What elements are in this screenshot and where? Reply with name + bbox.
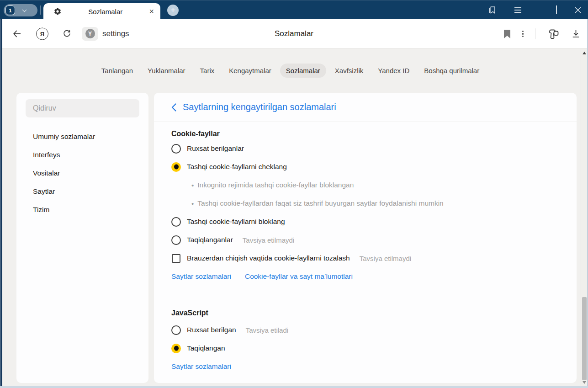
radio-icon[interactable] xyxy=(171,144,181,154)
close-window-button[interactable] xyxy=(574,6,582,14)
tab-count-badge: 1 xyxy=(5,5,15,15)
radio-row-tashqi-cheklang[interactable]: Tashqi cookie-fayllarni cheklang xyxy=(171,158,559,176)
browser-window: 1 Sozlamalar × + Я xyxy=(0,0,588,388)
radio-row-tashqi-bloklang[interactable]: Tashqi cookie-fayllarni bloklang xyxy=(171,213,559,231)
back-chevron-icon[interactable] xyxy=(171,103,176,112)
nav-xavfsizlik[interactable]: Xavfsizlik xyxy=(329,64,370,78)
option-label: Tashqi cookie-fayllarni cheklang xyxy=(187,163,287,171)
link-cookie-malumotlari[interactable]: Cookie-fayllar va sayt maʼlumotlari xyxy=(245,272,353,281)
sidebar-item-interfeys[interactable]: Interfeys xyxy=(16,146,148,164)
toolbar-divider xyxy=(535,28,535,39)
tab-close-icon[interactable]: × xyxy=(149,7,154,16)
menu-icon[interactable] xyxy=(514,7,521,13)
settings-page: Tanlangan Yuklanmalar Tarix Kengaytmalar… xyxy=(0,48,588,388)
bullet-item: • Inkognito rejimida tashqi cookie-fayll… xyxy=(171,176,559,194)
option-label: Taqiqlanganlar xyxy=(187,236,233,244)
tab-groups-icon[interactable] xyxy=(547,28,560,40)
nav-tanlangan[interactable]: Tanlangan xyxy=(95,64,139,78)
omnibox-page-title: Sozlamalar xyxy=(275,29,313,38)
scrollbar[interactable] xyxy=(581,48,587,386)
nav-tarix[interactable]: Tarix xyxy=(194,64,221,78)
bullet-icon: • xyxy=(191,181,194,189)
section-title-javascript: JavaScript xyxy=(171,308,559,319)
section-title-cookies: Cookie-fayllar xyxy=(171,128,559,139)
settings-nav: Tanlangan Yuklanmalar Tarix Kengaytmalar… xyxy=(0,64,581,78)
protect-badge[interactable]: Y xyxy=(82,27,98,41)
back-button[interactable] xyxy=(12,29,22,39)
window-frame-bottom xyxy=(0,386,588,388)
titlebar-separator xyxy=(40,5,41,15)
address-bar-url[interactable]: settings xyxy=(102,29,129,38)
radio-row-js-ruxsat[interactable]: Ruxsat berilgan Tavsiya etiladi xyxy=(171,321,559,339)
radio-selected-icon[interactable] xyxy=(171,344,181,353)
radio-row-taqiqlanganlar[interactable]: Taqiqlanganlar Tavsiya etilmaydi xyxy=(171,231,559,249)
scroll-down-arrow-icon[interactable] xyxy=(583,381,586,384)
maximize-button[interactable] xyxy=(556,6,557,14)
tab-counter-button[interactable]: 1 xyxy=(4,4,37,16)
tab-sozlamalar[interactable]: Sozlamalar × xyxy=(43,3,160,20)
gear-icon xyxy=(53,7,62,16)
protect-icon: Y xyxy=(85,29,95,38)
nav-boshqa-qurilmalar[interactable]: Boshqa qurilmalar xyxy=(418,64,485,78)
chevron-down-icon xyxy=(22,7,27,12)
option-label: Taqiqlangan xyxy=(187,344,225,352)
option-label: Tashqi cookie-fayllarni bloklang xyxy=(187,218,285,226)
option-note: Tavsiya etilmaydi xyxy=(243,236,294,244)
sidebar-item-saytlar[interactable]: Saytlar xyxy=(16,182,148,201)
bullet-text: Inkognito rejimida tashqi cookie-fayllar… xyxy=(197,181,354,189)
radio-icon[interactable] xyxy=(171,325,181,335)
option-note: Tavsiya etiladi xyxy=(246,326,288,334)
bullet-item: • Tashqi cookie-fayllardan faqat siz tas… xyxy=(171,194,559,213)
search-input[interactable] xyxy=(26,99,139,117)
link-js-saytlar-sozlamalari[interactable]: Saytlar sozlamalari xyxy=(171,362,231,371)
nav-yuklanmalar[interactable]: Yuklanmalar xyxy=(142,64,191,78)
sidebar-item-vositalar[interactable]: Vositalar xyxy=(16,164,148,182)
tab-title: Sozlamalar xyxy=(62,8,149,16)
yandex-home-icon[interactable]: Я xyxy=(36,27,48,40)
option-label: Ruxsat berilganlar xyxy=(187,144,244,153)
toolbar: Я Y settings Sozlamalar xyxy=(0,19,588,48)
kebab-menu-icon[interactable] xyxy=(522,31,524,37)
settings-main-panel: Saytlarning kengaytirilgan sozlamalari C… xyxy=(154,93,577,383)
option-label: Ruxsat berilgan xyxy=(187,326,236,334)
refresh-icon[interactable] xyxy=(62,29,72,38)
nav-kengaytmalar[interactable]: Kengaytmalar xyxy=(223,64,277,78)
scrollbar-thumb[interactable] xyxy=(582,297,587,380)
bookmark-icon[interactable] xyxy=(503,30,511,38)
window-frame-left xyxy=(0,19,2,386)
radio-row-js-taqiqlangan[interactable]: Taqiqlangan xyxy=(171,339,559,357)
nav-yandex-id[interactable]: Yandex ID xyxy=(372,64,415,78)
sidebar-item-tizim[interactable]: Tizim xyxy=(16,201,148,219)
option-note: Tavsiya etilmaydi xyxy=(360,255,411,262)
radio-icon[interactable] xyxy=(171,235,181,245)
page-title[interactable]: Saytlarning kengaytirilgan sozlamalari xyxy=(183,102,336,112)
radio-row-ruxsat-berilganlar[interactable]: Ruxsat berilganlar xyxy=(171,139,559,158)
sidebar-item-umumiy-sozlamalar[interactable]: Umumiy sozlamalar xyxy=(16,128,148,146)
link-saytlar-sozlamalari[interactable]: Saytlar sozlamalari xyxy=(171,272,231,281)
checkbox-row-tozalash[interactable]: Brauzerdan chiqish vaqtida cookie-faylla… xyxy=(171,249,559,267)
bullet-text: Tashqi cookie-fayllardan faqat siz tashr… xyxy=(197,199,443,207)
radio-selected-icon[interactable] xyxy=(171,162,181,172)
titlebar: 1 Sozlamalar × + xyxy=(0,0,588,19)
settings-sidebar: Umumiy sozlamalar Interfeys Vositalar Sa… xyxy=(16,93,148,383)
nav-sozlamalar[interactable]: Sozlamalar xyxy=(280,64,326,78)
option-label: Brauzerdan chiqish vaqtida cookie-faylla… xyxy=(187,254,350,262)
checkbox-icon[interactable] xyxy=(172,254,180,263)
scroll-up-arrow-icon[interactable] xyxy=(583,52,586,54)
bullet-icon: • xyxy=(191,200,194,207)
radio-icon[interactable] xyxy=(171,217,181,227)
downloads-icon[interactable] xyxy=(571,29,581,39)
new-tab-button[interactable]: + xyxy=(167,5,179,16)
side-panel-bookmark-icon[interactable] xyxy=(487,5,497,15)
